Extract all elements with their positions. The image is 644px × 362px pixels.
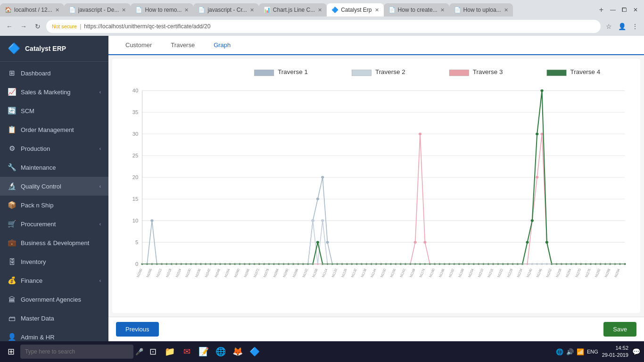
tab-favicon: 🏠 bbox=[5, 7, 11, 13]
tab-close-icon[interactable]: ✕ bbox=[55, 7, 59, 13]
svg-text:N1240: N1240 bbox=[526, 268, 533, 278]
sidebar-icon-inventory: 🗄 bbox=[8, 257, 16, 266]
svg-text:N1078: N1078 bbox=[263, 268, 269, 278]
svg-text:10: 10 bbox=[132, 218, 139, 223]
sidebar-item-scm[interactable]: 🔄 SCM bbox=[0, 101, 108, 120]
tab-close-icon[interactable]: ✕ bbox=[184, 7, 189, 13]
forward-button[interactable]: → bbox=[18, 21, 29, 32]
content-tab-customer[interactable]: Customer bbox=[116, 36, 161, 54]
svg-text:N1126: N1126 bbox=[341, 268, 347, 278]
sidebar-item-pack[interactable]: 📦 Pack n Ship bbox=[0, 196, 108, 214]
app-icon[interactable]: 🔷 bbox=[247, 344, 262, 359]
profile-icon[interactable]: 👤 bbox=[617, 21, 627, 32]
svg-text:N1024: N1024 bbox=[175, 268, 182, 278]
sidebar-item-masterdata[interactable]: 🗃 Master Data bbox=[0, 309, 108, 328]
chart-dot-t3 bbox=[536, 176, 538, 179]
browser-tab-2[interactable]: 📄javascript - De...✕ bbox=[64, 3, 131, 16]
sidebar-item-production[interactable]: ⚙ Production ‹ bbox=[0, 139, 108, 158]
sidebar-label-maintenance: Maintenance bbox=[21, 164, 101, 171]
sidebar-chevron-sales: ‹ bbox=[99, 90, 101, 95]
maximize-button[interactable]: ⧠ bbox=[619, 5, 629, 15]
back-button[interactable]: ← bbox=[4, 21, 15, 32]
browser-tab-7[interactable]: 📄How to create...✕ bbox=[384, 3, 449, 16]
minimize-button[interactable]: — bbox=[608, 5, 618, 15]
save-button[interactable]: Save bbox=[603, 322, 636, 337]
menu-icon[interactable]: ⋮ bbox=[630, 21, 640, 32]
sidebar-item-business[interactable]: 💼 Business & Development bbox=[0, 233, 108, 252]
content-tab-graph[interactable]: Graph bbox=[204, 36, 240, 55]
sidebar-item-procurement[interactable]: 🛒 Procurement ‹ bbox=[0, 214, 108, 233]
svg-text:N1162: N1162 bbox=[399, 268, 406, 278]
speaker-icon[interactable]: 📶 bbox=[577, 348, 584, 355]
volume-icon[interactable]: 🔊 bbox=[566, 348, 574, 355]
tab-close-icon[interactable]: ✕ bbox=[440, 7, 445, 13]
sidebar-item-finance[interactable]: 💰 Finance ‹ bbox=[0, 271, 108, 290]
tab-label: localhost / 12... bbox=[14, 7, 52, 13]
new-tab-button[interactable]: + bbox=[594, 6, 608, 14]
sidebar-item-admin[interactable]: 👤 Admin & HR bbox=[0, 328, 108, 341]
chart-dot-t2 bbox=[321, 219, 324, 222]
start-button[interactable]: ⊞ bbox=[4, 345, 18, 359]
taskbar-clock: 14:52 29-01-2019 bbox=[602, 345, 628, 359]
browser-tab-6[interactable]: 🔷Catalyst Erp✕ bbox=[327, 3, 383, 16]
sidebar-label-procurement: Procurement bbox=[21, 221, 95, 228]
sidebar-icon-procurement: 🛒 bbox=[8, 220, 16, 228]
tab-close-icon[interactable]: ✕ bbox=[250, 7, 254, 13]
sidebar-item-order[interactable]: 📋 Order Management bbox=[0, 120, 108, 139]
file-explorer-icon[interactable]: 📁 bbox=[162, 344, 177, 359]
svg-text:N1294: N1294 bbox=[614, 268, 620, 278]
sidebar-icon-business: 💼 bbox=[8, 239, 16, 247]
browser-icon[interactable]: 🌐 bbox=[213, 344, 228, 359]
sidebar-item-inventory[interactable]: 🗄 Inventory bbox=[0, 252, 108, 271]
firefox-icon[interactable]: 🦊 bbox=[230, 344, 245, 359]
tab-label: How to uploa... bbox=[463, 7, 501, 13]
bookmark-icon[interactable]: ☆ bbox=[603, 21, 614, 32]
sidebar-icon-quality: 🔬 bbox=[8, 182, 16, 190]
sidebar-item-sales[interactable]: 📈 Sales & Marketing ‹ bbox=[0, 82, 108, 101]
tab-label: Catalyst Erp bbox=[341, 7, 372, 13]
url-bar[interactable]: Not secure | https://localhost/unitherm/… bbox=[46, 20, 601, 33]
sticky-notes-icon[interactable]: 📝 bbox=[196, 344, 211, 359]
task-view-button[interactable]: ⊡ bbox=[145, 344, 160, 359]
close-button[interactable]: ✕ bbox=[631, 5, 640, 15]
svg-text:N1012: N1012 bbox=[156, 268, 162, 278]
app-logo-icon: 🔷 bbox=[8, 42, 20, 55]
tab-close-icon[interactable]: ✕ bbox=[318, 7, 322, 13]
browser-tab-4[interactable]: 📄javascript - Cr...✕ bbox=[193, 3, 258, 16]
chart-dot-t4 bbox=[545, 241, 548, 244]
tab-favicon: 🔷 bbox=[331, 7, 338, 13]
reload-button[interactable]: ↻ bbox=[32, 21, 43, 32]
content-tab-traverse[interactable]: Traverse bbox=[161, 36, 204, 54]
sidebar-label-production: Production bbox=[21, 145, 95, 152]
taskbar-search[interactable] bbox=[20, 345, 133, 359]
tab-close-icon[interactable]: ✕ bbox=[122, 7, 126, 13]
svg-text:15: 15 bbox=[132, 196, 139, 201]
browser-tab-5[interactable]: 📊Chart.js Line C...✕ bbox=[259, 3, 327, 16]
chart-dot-t4 bbox=[531, 219, 534, 222]
svg-text:N1222: N1222 bbox=[497, 268, 504, 278]
tab-close-icon[interactable]: ✕ bbox=[504, 7, 508, 13]
legend-box-t1 bbox=[255, 70, 274, 76]
tab-close-icon[interactable]: ✕ bbox=[375, 7, 379, 13]
svg-text:N1156: N1156 bbox=[389, 268, 396, 278]
svg-text:N1252: N1252 bbox=[545, 268, 552, 278]
taskbar-right: 🌐 🔊 📶 ENG 14:52 29-01-2019 💬 bbox=[556, 345, 640, 359]
search-mic-icon[interactable]: 🎤 bbox=[135, 348, 143, 355]
sidebar-chevron-production: ‹ bbox=[99, 146, 101, 151]
browser-tab-8[interactable]: 📄How to uploa...✕ bbox=[449, 3, 513, 16]
browser-tab-3[interactable]: 📄How to remo...✕ bbox=[131, 3, 193, 16]
svg-text:N1198: N1198 bbox=[458, 268, 464, 278]
sidebar-icon-scm: 🔄 bbox=[8, 107, 16, 115]
sidebar-item-quality[interactable]: 🔬 Quality Control ‹ bbox=[0, 177, 108, 196]
notification-icon[interactable]: 💬 bbox=[632, 348, 640, 355]
mail-icon[interactable]: ✉ bbox=[179, 344, 194, 359]
legend-label-t2: Traverse 2 bbox=[375, 69, 405, 75]
chart-dot-t1 bbox=[321, 176, 324, 179]
network-icon[interactable]: 🌐 bbox=[556, 348, 563, 355]
sidebar-item-dashboard[interactable]: ⊞ Dashboard bbox=[0, 64, 108, 82]
sidebar-item-government[interactable]: 🏛 Government Agencies bbox=[0, 290, 108, 309]
sidebar-item-maintenance[interactable]: 🔧 Maintenance bbox=[0, 158, 108, 177]
previous-button[interactable]: Previous bbox=[116, 322, 159, 337]
main-content: CustomerTraverseGraph 0510152025303540N1… bbox=[108, 36, 644, 341]
browser-tab-1[interactable]: 🏠localhost / 12...✕ bbox=[0, 3, 64, 16]
